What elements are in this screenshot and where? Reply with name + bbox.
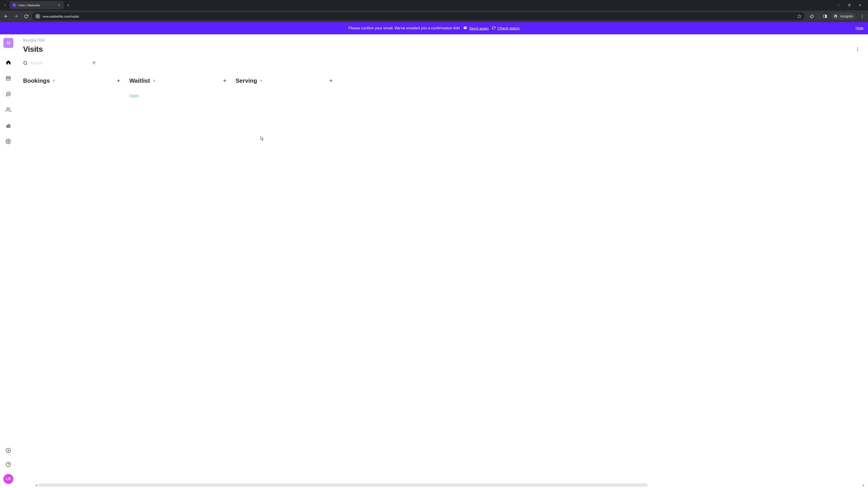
banner-message: Please confirm your email. We've emailed… (348, 26, 460, 31)
incognito-badge[interactable]: Incognito (832, 13, 856, 20)
site-info-icon[interactable] (35, 14, 40, 19)
svg-point-37 (8, 141, 9, 142)
scroll-right-arrow[interactable]: ▶ (862, 484, 865, 487)
nav-help-icon[interactable] (4, 460, 13, 469)
refresh-icon (492, 26, 495, 30)
window-close-button[interactable] (857, 2, 863, 8)
filter-button[interactable] (90, 59, 98, 67)
svg-point-45 (24, 61, 27, 64)
svg-rect-36 (9, 125, 10, 127)
column-title: Waitlist (129, 77, 150, 84)
nav-calendar-icon[interactable] (4, 74, 13, 83)
column-serving-header[interactable]: Serving (236, 77, 263, 84)
chevron-right-icon (52, 79, 56, 83)
svg-point-30 (7, 94, 8, 94)
chevron-right-icon (152, 79, 156, 83)
email-confirm-banner: Please confirm your email. We've emailed… (0, 22, 868, 34)
column-bookings-header[interactable]: Bookings (23, 77, 56, 84)
org-avatar[interactable]: M (3, 38, 13, 48)
window-maximize-button[interactable] (846, 2, 852, 8)
new-tab-button[interactable] (65, 2, 71, 8)
side-panel-icon[interactable] (822, 13, 829, 20)
hide-banner-link[interactable]: Hide (856, 26, 864, 31)
bookmark-star-icon[interactable] (797, 14, 802, 19)
svg-point-11 (37, 15, 37, 16)
url-text: new.waitwhile.com/visits (42, 14, 795, 18)
nav-settings-icon[interactable] (4, 137, 13, 146)
search-input[interactable] (30, 61, 88, 66)
svg-rect-35 (8, 124, 9, 127)
column-title: Bookings (23, 77, 50, 84)
send-again-link[interactable]: Send again (469, 26, 489, 31)
svg-point-33 (7, 108, 8, 109)
nav-customers-icon[interactable] (4, 105, 13, 114)
svg-marker-39 (7, 449, 9, 452)
column-waitlist-header[interactable]: Waitlist (129, 77, 156, 84)
svg-point-42 (857, 47, 858, 48)
svg-point-27 (7, 78, 8, 79)
waitlist-status: Open (129, 94, 229, 98)
add-serving-button[interactable] (327, 76, 335, 85)
svg-rect-34 (6, 126, 7, 127)
page-more-button[interactable] (854, 45, 862, 53)
svg-point-19 (862, 15, 863, 15)
browser-tab[interactable]: Visits | Waitwhile (9, 1, 64, 9)
nav-home-icon[interactable] (4, 58, 13, 67)
tab-search-dropdown[interactable] (2, 2, 8, 8)
svg-point-21 (862, 17, 863, 18)
scroll-thumb[interactable] (39, 484, 647, 487)
address-bar[interactable]: new.waitwhile.com/visits (32, 12, 805, 20)
mouse-cursor (260, 136, 265, 140)
scroll-left-arrow[interactable]: ◀ (35, 484, 38, 487)
add-booking-button[interactable] (114, 76, 123, 85)
incognito-label: Incognito (840, 14, 853, 18)
svg-marker-15 (798, 14, 801, 18)
nav-analytics-icon[interactable] (4, 121, 13, 130)
svg-point-29 (9, 78, 9, 79)
check-status-link[interactable]: Check status (498, 26, 520, 31)
tab-title: Visits | Waitwhile (18, 4, 55, 7)
nav-whatsnew-icon[interactable] (4, 446, 13, 455)
toolbar-divider (818, 14, 818, 19)
horizontal-scrollbar[interactable]: ◀ ▶ (35, 484, 865, 487)
svg-point-32 (9, 94, 9, 94)
add-waitlist-button[interactable] (221, 76, 229, 85)
svg-rect-18 (826, 15, 827, 18)
tab-close-button[interactable] (57, 3, 61, 7)
scroll-track[interactable] (39, 484, 861, 487)
page-title: Visits (23, 45, 43, 54)
svg-point-28 (8, 78, 8, 79)
svg-point-44 (857, 50, 858, 51)
mail-icon (463, 26, 467, 30)
svg-rect-6 (848, 5, 850, 6)
svg-point-20 (862, 16, 863, 17)
org-name: Moodjoy7434 (23, 38, 862, 42)
column-title: Serving (236, 77, 257, 84)
svg-point-43 (857, 49, 858, 50)
incognito-icon (833, 13, 838, 19)
nav-messages-icon[interactable] (4, 90, 13, 98)
search-icon (23, 61, 28, 65)
window-minimize-button[interactable] (835, 2, 841, 8)
svg-line-46 (26, 64, 27, 65)
extensions-icon[interactable] (808, 13, 815, 20)
browser-forward-button[interactable] (12, 12, 20, 20)
svg-point-13 (38, 17, 39, 17)
waitwhile-favicon (12, 3, 16, 7)
browser-menu-icon[interactable] (859, 13, 866, 20)
user-avatar[interactable]: LD (3, 474, 13, 484)
browser-back-button[interactable] (2, 12, 10, 20)
chevron-right-icon (259, 79, 263, 83)
browser-reload-button[interactable] (22, 12, 30, 20)
svg-point-31 (8, 94, 9, 94)
